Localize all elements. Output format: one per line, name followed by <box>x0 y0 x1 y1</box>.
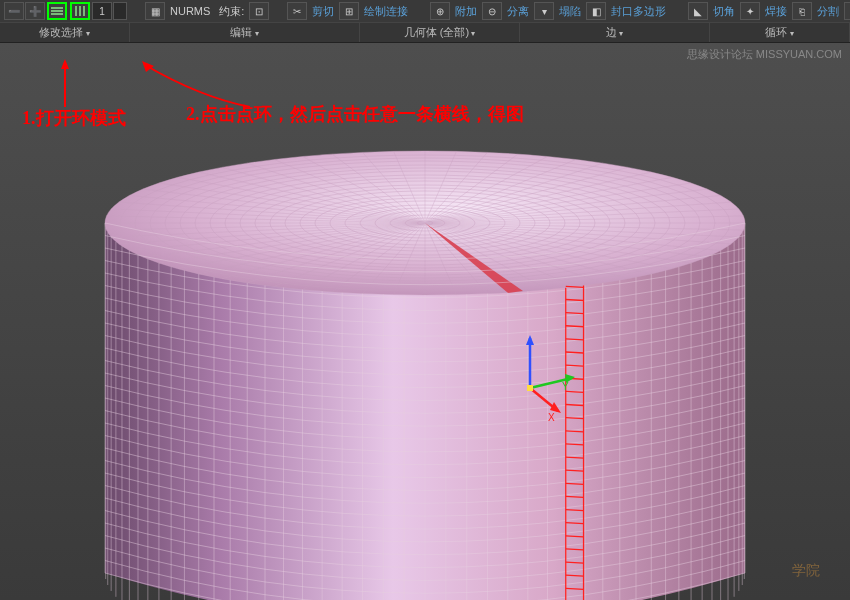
weld-icon[interactable]: ✦ <box>740 2 760 20</box>
grow-btn[interactable]: ➕ <box>25 2 45 20</box>
section-geometry[interactable]: 几何体 (全部) <box>360 23 520 42</box>
copy-connect-label[interactable]: 绘制连接 <box>364 4 408 19</box>
seal-label[interactable]: 封口多边形 <box>611 4 666 19</box>
cut-label[interactable]: 剪切 <box>312 4 334 19</box>
nurms-label: NURMS <box>170 5 210 17</box>
section-edit[interactable]: 编辑 <box>130 23 360 42</box>
watermark-top: 思缘设计论坛 MISSYUAN.COM <box>687 47 842 62</box>
attach-icon[interactable]: ⊕ <box>430 2 450 20</box>
copy-connect-icon[interactable]: ⊞ <box>339 2 359 20</box>
svg-rect-2 <box>51 13 63 15</box>
ring-mode-btn[interactable] <box>47 2 67 20</box>
main-toolbar: ➖ ➕ ▦ NURMS 约束: ⊡ ✂ 剪切 ⊞ 绘制连接 ⊕ 附加 ⊖ 分离 … <box>0 0 850 43</box>
annotation-step1: 1.打开环模式 <box>22 106 126 130</box>
svg-rect-5 <box>83 6 85 16</box>
svg-rect-0 <box>51 7 63 9</box>
attach-label[interactable]: 附加 <box>455 4 477 19</box>
spinner-arrows[interactable] <box>113 2 127 20</box>
svg-rect-1 <box>51 10 63 12</box>
cut-icon[interactable]: ✂ <box>287 2 307 20</box>
gizmo-x-label: X <box>548 412 555 423</box>
spinner-input[interactable] <box>92 2 112 20</box>
3d-viewport[interactable]: Y X 1.打开环模式 2.点击点环，然后点击任意一条横线，得图 思缘设计论坛 … <box>0 43 850 600</box>
nurms-toggle-icon[interactable]: ▦ <box>145 2 165 20</box>
svg-marker-174 <box>526 335 534 345</box>
section-edge[interactable]: 边 <box>520 23 710 42</box>
gizmo-y-label: Y <box>562 381 569 392</box>
svg-rect-4 <box>79 6 81 16</box>
watermark-bottom: 学院 <box>792 562 820 580</box>
section-loop[interactable]: 循环 <box>710 23 850 42</box>
cylinder-mesh[interactable] <box>95 113 755 600</box>
section-modify[interactable]: 修改选择 <box>0 23 130 42</box>
loop-mode-btn[interactable] <box>70 2 90 20</box>
annotation-step2: 2.点击点环，然后点击任意一条横线，得图 <box>186 102 524 126</box>
svg-marker-181 <box>61 59 69 69</box>
svg-marker-182 <box>142 61 154 72</box>
toolbar-top-row: ➖ ➕ ▦ NURMS 约束: ⊡ ✂ 剪切 ⊞ 绘制连接 ⊕ 附加 ⊖ 分离 … <box>0 0 850 22</box>
toolbar-section-row: 修改选择 编辑 几何体 (全部) 边 循环 <box>0 22 850 42</box>
chamfer-icon[interactable]: ◣ <box>688 2 708 20</box>
split-icon[interactable]: ⎗ <box>792 2 812 20</box>
seal-icon[interactable]: ◧ <box>586 2 606 20</box>
separate-label[interactable]: 分离 <box>507 4 529 19</box>
svg-rect-179 <box>527 385 533 391</box>
constraint-label: 约束: <box>219 4 244 19</box>
weld-label[interactable]: 焊接 <box>765 4 787 19</box>
constraint-btn[interactable]: ⊡ <box>249 2 269 20</box>
svg-rect-3 <box>75 6 77 16</box>
shrink-btn[interactable]: ➖ <box>4 2 24 20</box>
collapse-icon[interactable]: ▾ <box>534 2 554 20</box>
split-label[interactable]: 分割 <box>817 4 839 19</box>
chamfer-label[interactable]: 切角 <box>713 4 735 19</box>
transform-gizmo[interactable]: Y X <box>500 333 590 425</box>
collapse-label[interactable]: 塌陷 <box>559 4 581 19</box>
target-icon[interactable]: ⊙ <box>844 2 850 20</box>
separate-icon[interactable]: ⊖ <box>482 2 502 20</box>
